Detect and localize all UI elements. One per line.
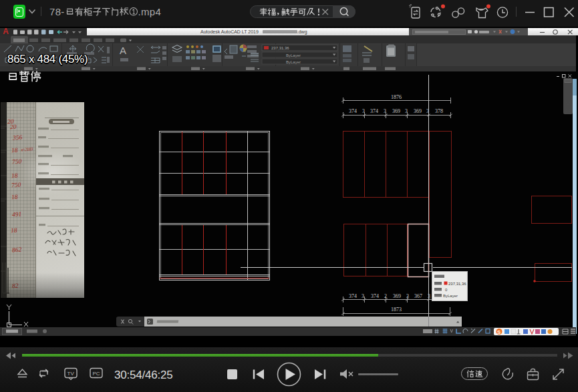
svg-text:ByLayer: ByLayer	[443, 294, 458, 298]
svg-text:367: 367	[414, 293, 422, 299]
svg-text:374: 374	[349, 108, 357, 114]
svg-text:3: 3	[362, 293, 364, 299]
svg-text:1876: 1876	[391, 94, 402, 100]
svg-text:369: 369	[392, 108, 400, 114]
svg-text:237,31,36: 237,31,36	[448, 282, 466, 286]
svg-text:374: 374	[370, 108, 378, 114]
svg-text:S: S	[497, 329, 501, 335]
svg-text:374: 374	[371, 293, 379, 299]
svg-text:0: 0	[445, 288, 448, 292]
svg-text:1873: 1873	[391, 307, 402, 313]
svg-text:378: 378	[435, 108, 443, 114]
svg-text:TV: TV	[67, 371, 75, 377]
svg-text:PC: PC	[93, 371, 100, 377]
svg-text:374: 374	[349, 293, 357, 299]
svg-text:369: 369	[393, 293, 401, 299]
svg-text:369: 369	[414, 108, 422, 114]
